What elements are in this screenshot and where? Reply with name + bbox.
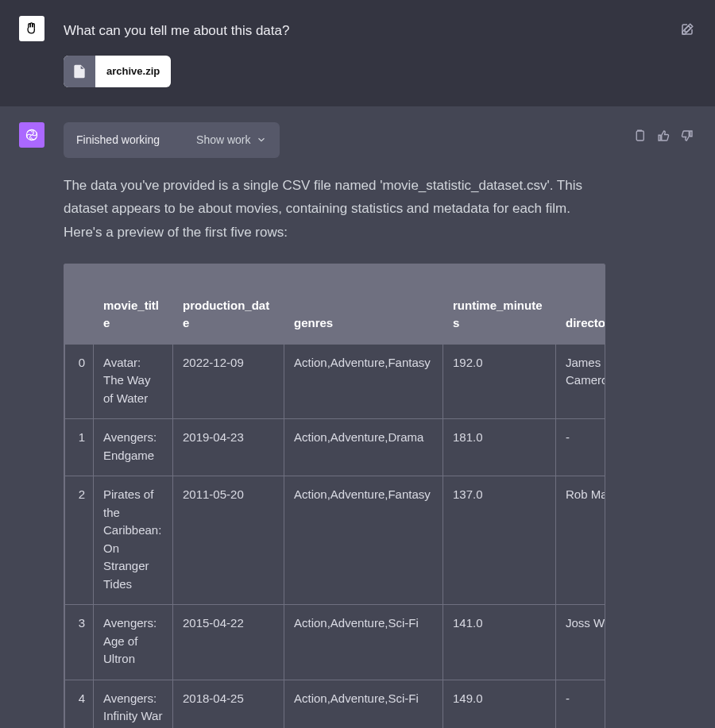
- table-cell: Avengers: Infinity War: [94, 680, 173, 728]
- table-row: 1Avengers: Endgame2019-04-23Action,Adven…: [65, 419, 606, 476]
- user-message: What can you tell me about this data? ar…: [0, 0, 715, 106]
- chevron-down-icon: [256, 134, 267, 145]
- attachment-chip[interactable]: archive.zip: [64, 56, 171, 87]
- attachment-filename: archive.zip: [95, 56, 171, 87]
- show-work-label: Show work: [196, 132, 250, 148]
- thumbs-down-icon: [680, 129, 694, 143]
- table-cell: Pirates of the Caribbean: On Stranger Ti…: [94, 476, 173, 605]
- assistant-avatar: [19, 122, 44, 148]
- table-cell: 2011-05-20: [173, 476, 284, 605]
- table-cell: Avengers: Age of Ultron: [94, 605, 173, 680]
- file-icon: [64, 56, 95, 87]
- data-table: movie_title production_date genres runti…: [64, 264, 605, 728]
- table-cell: 141.0: [443, 605, 556, 680]
- table-cell: 2015-04-22: [173, 605, 284, 680]
- table-cell: Rob Marsh: [556, 476, 606, 605]
- table-row: 3Avengers: Age of Ultron2015-04-22Action…: [65, 605, 606, 680]
- table-header: genres: [284, 264, 443, 344]
- table-cell: 2: [65, 476, 94, 605]
- table-cell: 1: [65, 419, 94, 476]
- table-cell: -: [556, 680, 606, 728]
- table-cell: 0: [65, 344, 94, 419]
- table-cell: Action,Adventure,Sci-Fi: [284, 680, 443, 728]
- thumbs-down-button[interactable]: [678, 127, 696, 144]
- table-cell: 3: [65, 605, 94, 680]
- table-header-row: movie_title production_date genres runti…: [65, 264, 606, 344]
- table-cell: 2018-04-25: [173, 680, 284, 728]
- table-cell: 137.0: [443, 476, 556, 605]
- table-header: movie_title: [94, 264, 173, 344]
- edit-button[interactable]: [678, 21, 696, 38]
- show-work-toggle[interactable]: Show work: [196, 132, 266, 148]
- table-cell: Action,Adventure,Sci-Fi: [284, 605, 443, 680]
- table-cell: Joss Whed: [556, 605, 606, 680]
- table-cell: 2019-04-23: [173, 419, 284, 476]
- table-header: runtime_minutes: [443, 264, 556, 344]
- table-cell: 2022-12-09: [173, 344, 284, 419]
- thumbs-up-button[interactable]: [655, 127, 672, 144]
- clipboard-icon: [632, 129, 647, 143]
- user-avatar: [19, 16, 44, 41]
- code-status-pill[interactable]: Finished working Show work: [64, 122, 280, 158]
- table-cell: -: [556, 419, 606, 476]
- table-cell: 4: [65, 680, 94, 728]
- table-header: director_n: [556, 264, 606, 344]
- openai-icon: [24, 127, 40, 143]
- user-prompt: What can you tell me about this data?: [64, 16, 653, 41]
- table-cell: Action,Adventure,Drama: [284, 419, 443, 476]
- pencil-square-icon: [680, 22, 694, 37]
- table-row: 0Avatar: The Way of Water2022-12-09Actio…: [65, 344, 606, 419]
- table-header: [65, 264, 94, 344]
- thumbs-up-icon: [656, 129, 671, 143]
- table-cell: 181.0: [443, 419, 556, 476]
- hand-icon: [24, 21, 40, 37]
- table-row: 4Avengers: Infinity War2018-04-25Action,…: [65, 680, 606, 728]
- table-cell: Action,Adventure,Fantasy: [284, 344, 443, 419]
- table-header: production_date: [173, 264, 284, 344]
- copy-button[interactable]: [631, 127, 648, 144]
- table-cell: Action,Adventure,Fantasy: [284, 476, 443, 605]
- table-cell: 149.0: [443, 680, 556, 728]
- table-row: 2Pirates of the Caribbean: On Stranger T…: [65, 476, 606, 605]
- assistant-response-text: The data you've provided is a single CSV…: [64, 174, 605, 245]
- assistant-message: Finished working Show work The data you'…: [0, 106, 715, 729]
- table-cell: Avengers: Endgame: [94, 419, 173, 476]
- table-cell: 192.0: [443, 344, 556, 419]
- table-cell: James Cameron: [556, 344, 606, 419]
- status-label: Finished working: [76, 132, 160, 148]
- svg-rect-2: [636, 131, 644, 141]
- table-cell: Avatar: The Way of Water: [94, 344, 173, 419]
